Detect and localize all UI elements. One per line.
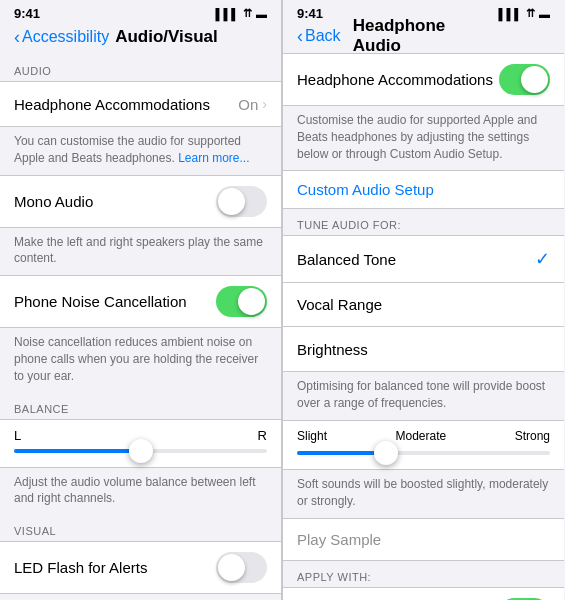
- status-icons-left: ▌▌▌ ⇈ ▬: [216, 7, 267, 20]
- balance-left-label: L: [14, 428, 21, 443]
- learn-more-link[interactable]: Learn more...: [178, 151, 249, 165]
- noise-cancellation-knob: [238, 288, 265, 315]
- led-flash-toggle[interactable]: [216, 552, 267, 583]
- balance-slider-thumb[interactable]: [129, 439, 153, 463]
- page-title-right: Headphone Audio: [353, 16, 495, 56]
- right-headphone-group: Headphone Accommodations: [283, 53, 564, 106]
- mono-audio-row[interactable]: Mono Audio: [0, 176, 281, 227]
- tune-audio-group: Balanced Tone ✓ Vocal Range Brightness: [283, 235, 564, 372]
- right-headphone-label: Headphone Accommodations: [297, 71, 493, 88]
- headphone-accommodations-row[interactable]: Headphone Accommodations On ›: [0, 82, 281, 126]
- wifi-icon-right: ⇈: [526, 7, 535, 20]
- balanced-tone-label: Balanced Tone: [297, 251, 396, 268]
- led-flash-group: LED Flash for Alerts: [0, 541, 281, 594]
- balance-slider-track[interactable]: [14, 449, 267, 453]
- noise-cancellation-description: Noise cancellation reduces ambient noise…: [0, 328, 281, 392]
- vocal-range-label: Vocal Range: [297, 296, 382, 313]
- balance-slider-fill: [14, 449, 141, 453]
- brightness-row[interactable]: Brightness: [283, 327, 564, 371]
- balance-slider-container: L R: [0, 419, 281, 468]
- time-right: 9:41: [297, 6, 323, 21]
- battery-icon-right: ▬: [539, 8, 550, 20]
- headphone-accommodations-on: On: [238, 96, 258, 113]
- battery-icon: ▬: [256, 8, 267, 20]
- boost-slider-labels: Slight Moderate Strong: [297, 429, 550, 445]
- custom-audio-setup-link[interactable]: Custom Audio Setup: [283, 170, 564, 209]
- right-screen: 9:41 ▌▌▌ ⇈ ▬ ‹ Back Headphone Audio Head…: [282, 0, 564, 600]
- mono-audio-label: Mono Audio: [14, 193, 93, 210]
- boost-slider-thumb[interactable]: [374, 441, 398, 465]
- play-sample-row[interactable]: Play Sample: [283, 518, 564, 561]
- led-flash-row[interactable]: LED Flash for Alerts: [0, 542, 281, 593]
- back-link-left[interactable]: ‹ Accessibility: [14, 28, 109, 46]
- status-bar-left: 9:41 ▌▌▌ ⇈ ▬: [0, 0, 281, 25]
- audio-section-header: AUDIO: [0, 55, 281, 81]
- status-icons-right: ▌▌▌ ⇈ ▬: [499, 7, 550, 20]
- back-chevron-right: ‹: [297, 27, 303, 45]
- boost-description: Soft sounds will be boosted slightly, mo…: [283, 470, 564, 518]
- noise-cancellation-group: Phone Noise Cancellation: [0, 275, 281, 328]
- visual-section-header: VISUAL: [0, 515, 281, 541]
- noise-cancellation-toggle[interactable]: [216, 286, 267, 317]
- tune-audio-header: TUNE AUDIO FOR:: [283, 209, 564, 235]
- mono-audio-description: Make the left and right speakers play th…: [0, 228, 281, 276]
- noise-cancellation-label: Phone Noise Cancellation: [14, 293, 187, 310]
- balance-section-header: BALANCE: [0, 393, 281, 419]
- right-headphone-knob: [521, 66, 548, 93]
- brightness-label: Brightness: [297, 341, 368, 358]
- strong-label: Strong: [515, 429, 550, 443]
- back-label-left[interactable]: Accessibility: [22, 28, 109, 46]
- right-headphone-row[interactable]: Headphone Accommodations: [283, 54, 564, 105]
- phone-row[interactable]: Phone: [283, 588, 564, 600]
- noise-cancellation-row[interactable]: Phone Noise Cancellation: [0, 276, 281, 327]
- play-sample-label: Play Sample: [297, 531, 381, 548]
- balance-right-label: R: [258, 428, 267, 443]
- page-title-left: Audio/Visual: [115, 27, 218, 47]
- brightness-description: Optimising for balanced tone will provid…: [283, 372, 564, 420]
- right-headphone-toggle[interactable]: [499, 64, 550, 95]
- chevron-right-icon: ›: [262, 96, 267, 112]
- wifi-icon: ⇈: [243, 7, 252, 20]
- custom-audio-setup-wrapper: Custom Audio Setup: [283, 166, 564, 209]
- time-left: 9:41: [14, 6, 40, 21]
- back-label-right[interactable]: Back: [305, 27, 341, 45]
- mono-audio-knob: [218, 188, 245, 215]
- mono-audio-group: Mono Audio: [0, 175, 281, 228]
- headphone-accommodations-group: Headphone Accommodations On ›: [0, 81, 281, 127]
- signal-icon-right: ▌▌▌: [499, 8, 522, 20]
- led-flash-label: LED Flash for Alerts: [14, 559, 147, 576]
- vocal-range-row[interactable]: Vocal Range: [283, 283, 564, 327]
- boost-slider-fill: [297, 451, 386, 455]
- balance-description: Adjust the audio volume balance between …: [0, 468, 281, 516]
- back-chevron-left: ‹: [14, 28, 20, 46]
- boost-slider-track[interactable]: [297, 451, 550, 455]
- apply-with-header: APPLY WITH:: [283, 561, 564, 587]
- apply-with-group: Phone Media: [283, 587, 564, 600]
- left-screen: 9:41 ▌▌▌ ⇈ ▬ ‹ Accessibility Audio/Visua…: [0, 0, 282, 600]
- headphone-accommodations-label: Headphone Accommodations: [14, 96, 210, 113]
- balanced-tone-checkmark: ✓: [535, 248, 550, 270]
- led-flash-knob: [218, 554, 245, 581]
- right-headphone-description: Customise the audio for supported Apple …: [283, 106, 564, 166]
- signal-icon: ▌▌▌: [216, 8, 239, 20]
- slight-label: Slight: [297, 429, 327, 443]
- moderate-label: Moderate: [395, 429, 446, 443]
- nav-bar-right: ‹ Back Headphone Audio: [283, 25, 564, 53]
- boost-slider-container: Slight Moderate Strong: [283, 420, 564, 470]
- back-link-right[interactable]: ‹ Back: [297, 27, 341, 45]
- nav-bar-left: ‹ Accessibility Audio/Visual: [0, 25, 281, 55]
- mono-audio-toggle[interactable]: [216, 186, 267, 217]
- headphone-accommodations-value: On ›: [238, 96, 267, 113]
- balanced-tone-row[interactable]: Balanced Tone ✓: [283, 236, 564, 283]
- headphone-description: You can customise the audio for supporte…: [0, 127, 281, 175]
